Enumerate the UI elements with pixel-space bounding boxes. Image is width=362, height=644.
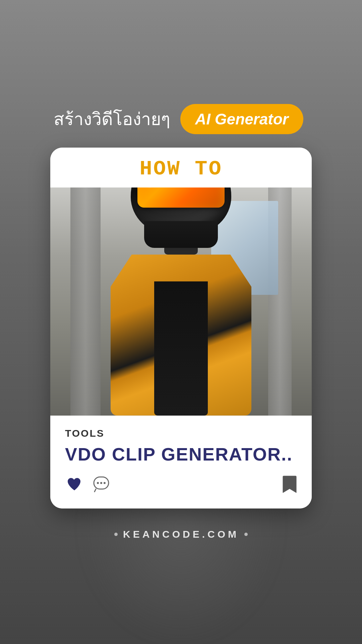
svg-point-3 (104, 482, 106, 484)
content-card: HOW TO (50, 148, 312, 508)
card-title: VDO CLIP GENERATOR.. (65, 444, 297, 464)
bookmark-icon[interactable] (282, 475, 297, 493)
figure-scene (50, 187, 312, 416)
brand-dot-right (244, 533, 248, 536)
jacket-inner (154, 281, 208, 416)
visor-reflection (142, 187, 170, 189)
comment-icon[interactable] (92, 475, 111, 494)
ai-badge[interactable]: AI Generator (180, 104, 303, 134)
card-actions-left (65, 475, 111, 494)
card-image (50, 187, 312, 416)
person-body (101, 208, 261, 416)
bottom-brand: KEANCODE.COM (50, 529, 312, 540)
card-header: HOW TO (50, 148, 312, 187)
content-wrapper: สร้างวิดีโอง่ายๆ AI Generator HOW TO (50, 104, 312, 540)
brand-text: KEANCODE.COM (123, 529, 239, 540)
helmet (131, 187, 231, 248)
svg-point-2 (100, 482, 102, 484)
brand-dot-left (114, 533, 118, 536)
header-row: สร้างวิดีโอง่ายๆ AI Generator (50, 104, 303, 134)
svg-point-1 (97, 482, 99, 484)
header-thai-text: สร้างวิดีโอง่ายๆ (54, 105, 170, 133)
helmet-visor (137, 187, 225, 208)
card-category: TOOLS (65, 428, 297, 439)
card-info: TOOLS VDO CLIP GENERATOR.. (50, 416, 312, 508)
card-actions (65, 475, 297, 494)
bg-column-left (70, 187, 101, 416)
how-to-label: HOW TO (139, 157, 222, 181)
heart-icon[interactable] (65, 475, 84, 494)
helmet-chin (144, 221, 218, 248)
